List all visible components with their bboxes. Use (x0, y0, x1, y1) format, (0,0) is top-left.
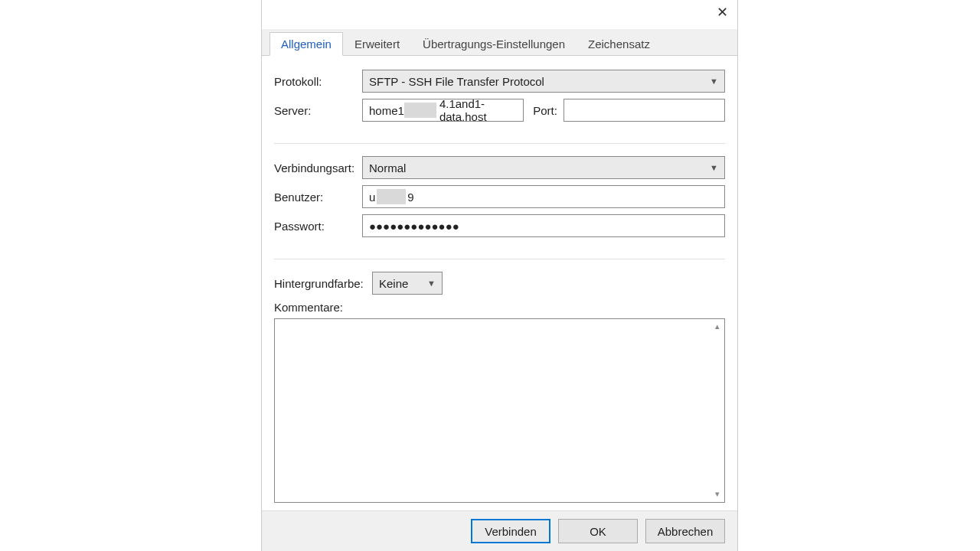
site-manager-dialog: ✕ Allgemein Erweitert Übertragungs-Einst… (261, 0, 738, 551)
comments-textarea[interactable] (274, 318, 725, 503)
user-value-suffix: 9 (407, 191, 413, 204)
port-input[interactable] (564, 99, 725, 122)
scroll-up-icon[interactable]: ▴ (712, 321, 723, 332)
password-value: ●●●●●●●●●●●●● (369, 220, 459, 233)
close-button[interactable]: ✕ (711, 3, 733, 21)
server-input[interactable]: home1 4.1and1-data.host (362, 99, 524, 122)
redacted-block (404, 103, 436, 118)
user-label: Benutzer: (274, 191, 362, 204)
bgcolor-value: Keine (379, 277, 408, 290)
logontype-value: Normal (369, 161, 406, 174)
user-value-prefix: u (369, 191, 375, 204)
tab-general[interactable]: Allgemein (270, 32, 343, 56)
port-label: Port: (533, 104, 557, 117)
chevron-down-icon: ▼ (710, 77, 718, 86)
divider (274, 259, 725, 259)
password-label: Passwort: (274, 220, 362, 233)
close-icon: ✕ (717, 4, 728, 21)
tab-strip: Allgemein Erweitert Übertragungs-Einstel… (262, 29, 737, 55)
server-label: Server: (274, 104, 362, 117)
chevron-down-icon: ▼ (710, 163, 718, 172)
protocol-label: Protokoll: (274, 75, 362, 88)
logontype-label: Verbindungsart: (274, 161, 362, 174)
connect-button[interactable]: Verbinden (471, 519, 550, 543)
tab-transfer-settings[interactable]: Übertragungs-Einstellungen (411, 32, 577, 55)
ok-button[interactable]: OK (558, 519, 638, 543)
tab-panel-general: Protokoll: SFTP - SSH File Transfer Prot… (262, 55, 737, 510)
password-input[interactable]: ●●●●●●●●●●●●● (362, 214, 725, 237)
redacted-block (377, 189, 406, 204)
bgcolor-label: Hintergrundfarbe: (274, 277, 372, 290)
logontype-select[interactable]: Normal ▼ (362, 156, 725, 179)
server-value-suffix: 4.1and1-data.host (439, 97, 517, 123)
tab-charset[interactable]: Zeichensatz (577, 32, 662, 55)
chevron-down-icon: ▼ (427, 279, 436, 288)
titlebar: ✕ (262, 0, 737, 29)
scroll-down-icon[interactable]: ▾ (712, 489, 723, 500)
bgcolor-select[interactable]: Keine ▼ (372, 272, 443, 295)
comments-label: Kommentare: (274, 301, 725, 314)
button-bar: Verbinden OK Abbrechen (262, 510, 737, 551)
user-input[interactable]: u 9 (362, 185, 725, 208)
server-value-prefix: home1 (369, 104, 404, 117)
divider (274, 143, 725, 144)
protocol-select[interactable]: SFTP - SSH File Transfer Protocol ▼ (362, 70, 725, 93)
tab-advanced[interactable]: Erweitert (343, 32, 411, 55)
protocol-value: SFTP - SSH File Transfer Protocol (369, 75, 544, 88)
cancel-button[interactable]: Abbrechen (645, 519, 725, 543)
